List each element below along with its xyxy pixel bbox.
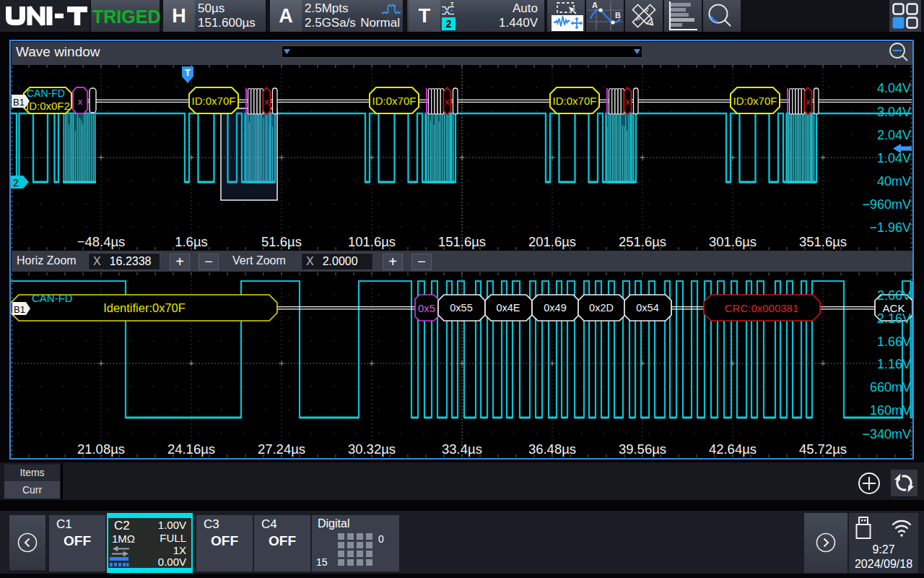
svg-text:30.32µs: 30.32µs — [348, 441, 396, 457]
svg-text:4.04V: 4.04V — [877, 81, 911, 95]
svg-text:CRC:0x000381: CRC:0x000381 — [725, 302, 799, 314]
svg-text:T: T — [185, 67, 191, 78]
svg-text:B1: B1 — [13, 97, 25, 108]
svg-text:Identifier:0x70F: Identifier:0x70F — [103, 301, 186, 314]
svg-text:42.64µs: 42.64µs — [709, 441, 757, 457]
svg-text:B1: B1 — [14, 304, 25, 315]
svg-text:−1.96V: −1.96V — [869, 220, 911, 235]
svg-text:45.72µs: 45.72µs — [799, 441, 847, 457]
svg-text:3.04V: 3.04V — [877, 105, 911, 119]
svg-text:660mV: 660mV — [870, 380, 911, 394]
svg-text:x: x — [806, 96, 811, 107]
svg-text:1.16V: 1.16V — [877, 357, 911, 371]
svg-text:251.6µs: 251.6µs — [619, 234, 666, 249]
svg-text:0x55: 0x55 — [450, 302, 472, 314]
svg-text:0x2D: 0x2D — [589, 302, 614, 314]
svg-text:0x49: 0x49 — [544, 302, 566, 314]
svg-text:33.4µs: 33.4µs — [442, 441, 482, 457]
svg-text:351.6µs: 351.6µs — [799, 234, 847, 249]
svg-text:301.6µs: 301.6µs — [709, 234, 757, 249]
svg-text:x: x — [445, 96, 450, 107]
svg-text:1.04V: 1.04V — [877, 151, 911, 165]
svg-text:2: 2 — [13, 177, 19, 189]
svg-text:24.16µs: 24.16µs — [167, 441, 215, 457]
svg-text:2.16V: 2.16V — [877, 311, 911, 326]
svg-text:x: x — [625, 96, 630, 107]
svg-text:CAN‑FD: CAN‑FD — [27, 87, 65, 99]
svg-text:1.66V: 1.66V — [877, 335, 911, 349]
svg-text:2.04V: 2.04V — [877, 128, 911, 142]
svg-text:B: B — [615, 11, 621, 20]
svg-text:−960mV: −960mV — [862, 197, 911, 212]
svg-text:2.66V: 2.66V — [877, 288, 911, 303]
svg-text:101.6µs: 101.6µs — [348, 234, 396, 249]
svg-text:0x5: 0x5 — [418, 302, 435, 314]
svg-text:T: T — [450, 1, 454, 7]
svg-text:−340mV: −340mV — [862, 427, 911, 441]
svg-text:x: x — [264, 96, 269, 107]
svg-text:39.56µs: 39.56µs — [619, 441, 666, 457]
svg-text:51.6µs: 51.6µs — [261, 234, 302, 249]
svg-text:160mV: 160mV — [870, 403, 911, 418]
svg-text:201.6µs: 201.6µs — [528, 234, 576, 249]
svg-text:ID:0x70F: ID:0x70F — [733, 95, 777, 107]
svg-text:ID:0x0F2: ID:0x0F2 — [26, 100, 70, 112]
svg-text:151.6µs: 151.6µs — [438, 234, 486, 249]
svg-text:27.24µs: 27.24µs — [258, 441, 305, 457]
svg-text:0x4E: 0x4E — [496, 302, 520, 314]
svg-text:ID:0x70F: ID:0x70F — [192, 95, 236, 107]
svg-text:21.08µs: 21.08µs — [77, 441, 125, 457]
svg-text:1.6µs: 1.6µs — [175, 234, 208, 249]
svg-text:36.48µs: 36.48µs — [528, 441, 576, 457]
svg-text:0x54: 0x54 — [636, 302, 658, 314]
svg-text:ID:0x70F: ID:0x70F — [372, 95, 417, 107]
svg-text:ID:0x70F: ID:0x70F — [553, 95, 597, 107]
svg-text:A: A — [592, 1, 598, 9]
svg-text:−48.4µs: −48.4µs — [77, 234, 126, 249]
svg-text:40mV: 40mV — [877, 174, 911, 189]
svg-text:x: x — [78, 96, 83, 107]
svg-text:CAN‑FD: CAN‑FD — [32, 292, 73, 304]
